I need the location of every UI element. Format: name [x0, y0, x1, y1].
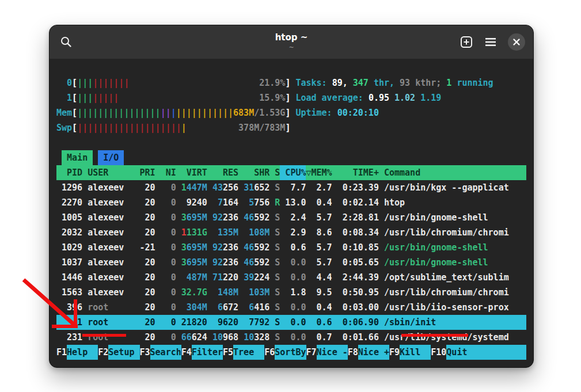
text-segment: [176, 285, 181, 300]
process-row[interactable]: 2270 alexeev 20 0 9240 7164 5756 R 13.0 …: [56, 195, 526, 210]
fn-key-label[interactable]: Tree: [233, 345, 264, 360]
fn-key-label[interactable]: Nice -: [317, 345, 348, 360]
text-segment: /usr/bin/gnome-shell: [379, 240, 488, 255]
text-segment: ]: [285, 75, 290, 90]
text-segment: [238, 270, 244, 285]
process-row[interactable]: 1029 alexeev -21 0 3695M 92236 46592 S 0…: [56, 240, 526, 255]
fn-key-label[interactable]: Nice +: [358, 345, 389, 360]
text-segment: 592: [254, 255, 269, 270]
text-segment: [187, 120, 238, 135]
text-segment: 1.8: [280, 285, 306, 300]
text-segment: [238, 195, 244, 210]
window-title: htop ~: [275, 33, 308, 43]
new-tab-icon[interactable]: [460, 35, 473, 49]
fn-key-number[interactable]: F3: [140, 345, 150, 360]
text-segment: 487M: [181, 270, 207, 285]
text-segment: S: [269, 270, 280, 285]
text-segment: CPU%: [280, 165, 306, 180]
text-segment: S: [269, 210, 280, 225]
text-segment: |: [181, 120, 187, 135]
blank-line: [56, 135, 526, 150]
text-segment: ||: [161, 105, 171, 120]
text-segment: ]: [285, 90, 290, 105]
text-segment: 1.19: [420, 90, 441, 105]
text-segment: 0.95: [369, 90, 394, 105]
process-row[interactable]: 231 root 20 0 66624 10968 10328 S 0.0 0.…: [56, 330, 526, 345]
text-segment: 0: [161, 195, 176, 210]
text-segment: [: [72, 75, 77, 90]
process-row[interactable]: 1296 alexeev 20 0 1447M 43256 31652 S 7.…: [56, 180, 526, 195]
text-segment: 9240: [181, 195, 207, 210]
text-segment: [207, 270, 212, 285]
text-segment: htop: [379, 195, 405, 210]
fn-key-label[interactable]: SortBy: [275, 345, 306, 360]
text-segment: 224: [254, 270, 269, 285]
fn-key-label[interactable]: Quit: [446, 345, 467, 360]
process-row-selected[interactable]: 1 root 20 0 21820 9620 7792 S 0.0 0.6 0:…: [56, 315, 526, 330]
text-segment: 236: [223, 240, 238, 255]
text-segment: 20: [134, 270, 160, 285]
text-segment: 1037 alexeev: [56, 255, 134, 270]
fn-key-label[interactable]: Help: [67, 345, 98, 360]
text-segment: 0: [161, 285, 176, 300]
process-row[interactable]: 2032 alexeev 20 0 1131G 135M 108M S 2.9 …: [56, 225, 526, 240]
fn-key-label[interactable]: Filter: [192, 345, 223, 360]
text-segment: 624: [192, 330, 207, 345]
text-segment: /usr/bin/gnome-shell: [379, 255, 488, 270]
text-segment: 1005 alexeev: [56, 210, 134, 225]
process-row[interactable]: 1037 alexeev 20 0 3695M 92236 46592 S 0.…: [56, 255, 526, 270]
text-segment: 4.4: [306, 270, 332, 285]
text-segment: 89,: [332, 75, 353, 90]
fn-key-number[interactable]: F10: [431, 345, 446, 360]
text-segment: 0.0: [280, 330, 306, 345]
text-segment: [369, 75, 374, 90]
text-segment: [56, 135, 62, 150]
fn-key-label[interactable]: Search: [150, 345, 181, 360]
text-segment: |: [171, 105, 176, 120]
text-segment: 0: [161, 240, 176, 255]
fn-key-number[interactable]: F8: [348, 345, 358, 360]
fn-key-number[interactable]: F1: [56, 345, 67, 360]
fn-key-label[interactable]: [467, 345, 526, 360]
tab-main[interactable]: Main: [62, 150, 93, 165]
text-segment: 1446 alexeev: [56, 270, 134, 285]
text-segment: 1563 alexeev: [56, 285, 134, 300]
text-segment: Load average:: [295, 90, 368, 105]
fn-key-number[interactable]: F6: [264, 345, 275, 360]
text-segment: 5.7: [306, 255, 332, 270]
text-segment: 0:05.65: [332, 255, 379, 270]
text-segment: /usr/lib/chromium/chromi: [379, 285, 509, 300]
text-segment: 43: [212, 180, 223, 195]
process-row[interactable]: 1446 alexeev 20 0 487M 71220 39224 S 0.0…: [56, 270, 526, 285]
search-icon[interactable]: [60, 36, 73, 48]
close-icon[interactable]: [508, 33, 525, 51]
fn-key-number[interactable]: F2: [98, 345, 108, 360]
tab-io[interactable]: I/O: [98, 150, 124, 165]
text-segment: 135M: [212, 225, 238, 240]
process-row[interactable]: 1005 alexeev 20 0 3695M 92236 46592 S 2.…: [56, 210, 526, 225]
fn-key-number[interactable]: F5: [223, 345, 233, 360]
fn-key-label[interactable]: Setup: [108, 345, 139, 360]
menu-icon[interactable]: [485, 37, 496, 47]
process-list: 1296 alexeev 20 0 1447M 43256 31652 S 7.…: [56, 180, 526, 345]
fn-key-number[interactable]: F9: [389, 345, 400, 360]
fn-key-label[interactable]: Kill: [400, 345, 431, 360]
text-segment: 20: [134, 300, 160, 315]
process-header[interactable]: PID USER PRI NI VIRT RES SHR S CPU%▽MEM%…: [56, 165, 526, 180]
process-row[interactable]: 1563 alexeev 20 0 32.7G 148M 103M S 1.8 …: [56, 285, 526, 300]
fn-key-number[interactable]: F4: [181, 345, 192, 360]
text-segment: 8.6: [306, 225, 332, 240]
text-segment: [: [72, 105, 77, 120]
text-segment: 92: [212, 255, 223, 270]
text-segment: 0: [56, 75, 72, 90]
text-segment: [: [72, 120, 77, 135]
process-row[interactable]: 396 root 20 0 304M 6672 6416 S 0.0 0.4 0…: [56, 300, 526, 315]
text-segment: 1.02: [394, 90, 420, 105]
fn-key-number[interactable]: F7: [306, 345, 317, 360]
text-segment: 652: [254, 180, 269, 195]
text-segment: 46: [244, 210, 254, 225]
text-segment: ]: [285, 105, 290, 120]
text-segment: [238, 330, 244, 345]
text-segment: 1: [56, 90, 72, 105]
text-segment: 164: [223, 195, 238, 210]
